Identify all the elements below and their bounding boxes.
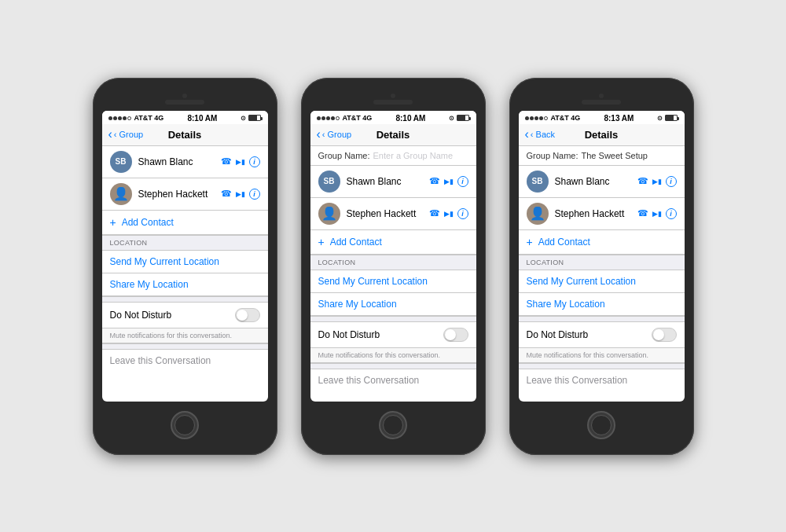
contact-action-icons: ☎▶▮i — [429, 176, 468, 187]
avatar: SB — [110, 151, 132, 173]
add-contact-label: Add Contact — [122, 217, 174, 228]
add-contact-button[interactable]: +Add Contact — [519, 230, 685, 255]
contact-action-icons: ☎▶▮i — [637, 208, 677, 219]
video-call-icon[interactable]: ▶▮ — [236, 190, 245, 198]
phone-camera — [182, 94, 187, 98]
signal-dots — [108, 116, 131, 120]
send-location-button[interactable]: Send My Current Location — [102, 251, 268, 273]
phone-top-decoration — [519, 87, 685, 111]
phones-container: AT&T 4G8:10 AM⊙‹ GroupDetailsSBShawn Bla… — [77, 62, 710, 471]
phone-screen: AT&T 4G8:10 AM⊙‹ GroupDetailsGroup Name:… — [310, 111, 476, 402]
battery-icon — [665, 115, 678, 121]
battery-icon — [457, 115, 469, 121]
carrier-text: AT&T 4G — [551, 114, 581, 122]
nav-bar: ‹ GroupDetails — [102, 124, 268, 146]
section-spacer-2 — [102, 343, 268, 350]
add-contact-button[interactable]: +Add Contact — [102, 211, 268, 235]
phone-bottom-decoration — [310, 402, 476, 446]
leave-conversation-button[interactable]: Leave this Conversation — [310, 369, 476, 391]
video-call-icon[interactable]: ▶▮ — [236, 158, 245, 166]
signal-dots — [317, 116, 340, 120]
avatar: SB — [318, 171, 340, 193]
signal-dot — [525, 116, 529, 120]
status-left: AT&T 4G — [108, 114, 164, 122]
group-name-row: Group Name:The Sweet Setup — [519, 146, 685, 166]
share-location-button[interactable]: Share My Location — [519, 293, 685, 316]
do-not-disturb-label: Do Not Disturb — [110, 310, 235, 321]
info-icon[interactable]: i — [249, 189, 260, 200]
home-button[interactable] — [171, 411, 199, 439]
phone-call-icon[interactable]: ☎ — [221, 189, 232, 199]
phone-ear-speaker — [373, 100, 413, 105]
phone-ear-speaker — [165, 100, 204, 105]
time-display: 8:10 AM — [395, 114, 425, 123]
leave-conversation-button[interactable]: Leave this Conversation — [519, 369, 685, 391]
share-location-button[interactable]: Share My Location — [310, 293, 476, 316]
contact-action-icons: ☎▶▮i — [429, 208, 468, 219]
info-icon[interactable]: i — [666, 176, 677, 187]
phone-call-icon[interactable]: ☎ — [637, 176, 648, 186]
video-call-icon[interactable]: ▶▮ — [444, 178, 454, 185]
rotation-lock-icon: ⊙ — [241, 115, 246, 122]
status-right: ⊙ — [657, 115, 678, 122]
signal-dot — [530, 116, 534, 120]
nav-back-button[interactable]: ‹ Group — [317, 129, 352, 141]
video-call-icon[interactable]: ▶▮ — [444, 210, 454, 218]
section-spacer — [102, 296, 268, 303]
leave-conversation-button[interactable]: Leave this Conversation — [102, 350, 268, 372]
video-call-icon[interactable]: ▶▮ — [652, 210, 662, 218]
mute-notifications-text: Mute notifications for this conversation… — [102, 328, 268, 343]
info-icon[interactable]: i — [666, 208, 677, 219]
plus-icon: + — [318, 236, 325, 248]
home-button[interactable] — [587, 411, 615, 439]
section-spacer — [519, 316, 685, 322]
share-location-button[interactable]: Share My Location — [102, 273, 268, 296]
section-spacer — [310, 316, 476, 322]
add-contact-label: Add Contact — [330, 237, 382, 248]
do-not-disturb-toggle[interactable] — [443, 328, 468, 342]
nav-bar: ‹ GroupDetails — [310, 124, 476, 146]
home-button-inner — [591, 415, 612, 435]
status-bar: AT&T 4G8:10 AM⊙ — [310, 111, 476, 124]
phone-call-icon[interactable]: ☎ — [429, 176, 440, 186]
do-not-disturb-row: Do Not Disturb — [310, 322, 476, 348]
group-name-value[interactable]: The Sweet Setup — [582, 151, 648, 160]
contact-name: Shawn Blanc — [138, 156, 221, 167]
phone-call-icon[interactable]: ☎ — [637, 208, 648, 218]
do-not-disturb-toggle[interactable] — [235, 308, 260, 322]
phone-phone2: AT&T 4G8:10 AM⊙‹ GroupDetailsGroup Name:… — [301, 78, 486, 455]
rotation-lock-icon: ⊙ — [657, 115, 663, 122]
add-contact-button[interactable]: +Add Contact — [310, 230, 476, 255]
do-not-disturb-label: Do Not Disturb — [318, 329, 443, 340]
phone-top-decoration — [310, 87, 476, 111]
home-button[interactable] — [379, 411, 407, 439]
status-bar: AT&T 4G8:13 AM⊙ — [519, 111, 685, 124]
group-name-value[interactable]: Enter a Group Name — [373, 151, 454, 160]
video-call-icon[interactable]: ▶▮ — [652, 178, 662, 185]
home-button-inner — [174, 415, 195, 435]
info-icon[interactable]: i — [457, 176, 468, 187]
phone-bottom-decoration — [102, 402, 268, 446]
send-location-button[interactable]: Send My Current Location — [519, 270, 685, 293]
contact-action-icons: ☎▶▮i — [637, 176, 677, 187]
contact-row: SBShawn Blanc☎▶▮i — [519, 166, 685, 198]
nav-back-button[interactable]: ‹ Group — [108, 129, 144, 141]
phone-call-icon[interactable]: ☎ — [429, 208, 440, 218]
scroll-content: Group Name:The Sweet SetupSBShawn Blanc☎… — [519, 146, 685, 402]
nav-back-button[interactable]: ‹ Back — [525, 129, 556, 141]
send-location-button[interactable]: Send My Current Location — [310, 270, 476, 293]
info-icon[interactable]: i — [249, 156, 260, 167]
carrier-text: AT&T 4G — [134, 114, 164, 122]
nav-title: Details — [376, 129, 410, 141]
info-icon[interactable]: i — [457, 208, 468, 219]
rotation-lock-icon: ⊙ — [449, 115, 454, 122]
phone-screen: AT&T 4G8:13 AM⊙‹ BackDetailsGroup Name:T… — [519, 111, 685, 402]
phone-top-decoration — [102, 87, 268, 111]
signal-dot — [317, 116, 321, 120]
phone-call-icon[interactable]: ☎ — [221, 156, 232, 167]
do-not-disturb-label: Do Not Disturb — [527, 329, 652, 340]
signal-dot — [326, 116, 330, 120]
do-not-disturb-toggle[interactable] — [652, 328, 677, 342]
scroll-content: SBShawn Blanc☎▶▮i👤Stephen Hackett☎▶▮i+Ad… — [102, 146, 268, 402]
signal-dot — [113, 116, 117, 120]
